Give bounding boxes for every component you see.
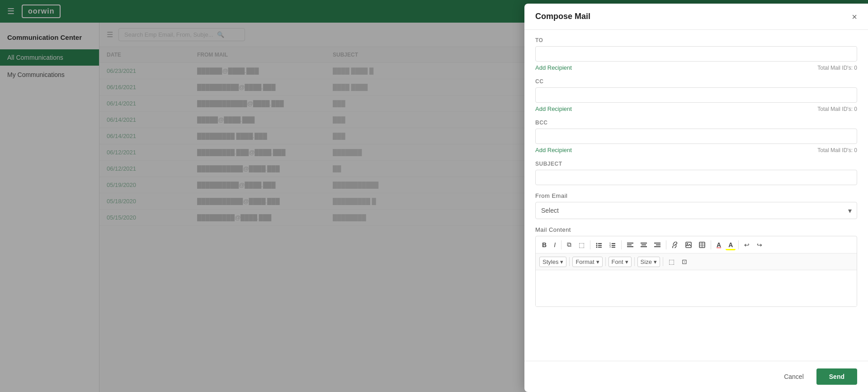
format-select[interactable]: Format ▾ <box>572 257 602 267</box>
align-center-button[interactable] <box>638 240 650 250</box>
modal-body: TO Add Recipient Total Mail ID's: 0 CC A… <box>524 30 868 361</box>
to-field-row: Add Recipient Total Mail ID's: 0 <box>535 64 857 71</box>
svg-rect-9 <box>612 245 615 246</box>
send-button[interactable]: Send <box>816 368 857 385</box>
compose-mail-modal: Compose Mail × TO Add Recipient Total Ma… <box>524 4 868 392</box>
size-select[interactable]: Size ▾ <box>637 257 660 267</box>
svg-rect-20 <box>654 246 660 247</box>
toolbar-divider-5 <box>711 240 711 249</box>
styles-label: Styles <box>542 258 558 265</box>
align-left-button[interactable] <box>624 240 636 250</box>
font-color-button[interactable]: A <box>714 239 724 250</box>
bcc-label: BCC <box>535 120 857 126</box>
svg-rect-13 <box>627 244 632 245</box>
cc-input[interactable] <box>535 87 857 103</box>
svg-rect-3 <box>598 245 602 246</box>
bold-button[interactable]: B <box>539 239 549 250</box>
svg-rect-17 <box>641 246 647 247</box>
svg-point-22 <box>687 243 688 244</box>
toolbar-divider-4 <box>666 240 666 249</box>
font-select[interactable]: Font ▾ <box>609 257 632 267</box>
svg-point-2 <box>596 244 598 246</box>
subject-input[interactable] <box>535 170 857 185</box>
align-right-button[interactable] <box>651 240 663 250</box>
toolbar-divider-7 <box>569 257 570 266</box>
copy-button[interactable]: ⧉ <box>564 239 574 250</box>
editor-toolbar-bottom: Styles ▾ Format ▾ Font ▾ Size <box>536 253 857 270</box>
font-label: Font <box>612 258 623 265</box>
to-input[interactable] <box>535 46 857 62</box>
close-button[interactable]: × <box>852 12 857 21</box>
image-button[interactable] <box>683 240 694 250</box>
undo-button[interactable]: ↩ <box>741 239 752 250</box>
paste-word-button[interactable]: ⊡ <box>679 256 690 267</box>
format-label: Format <box>576 258 594 265</box>
from-email-select[interactable]: Select <box>535 202 857 219</box>
to-field-group: TO Add Recipient Total Mail ID's: 0 <box>535 37 857 71</box>
toolbar-divider-8 <box>605 257 606 266</box>
unordered-list-button[interactable] <box>593 240 605 250</box>
from-email-label: From Email <box>535 192 857 199</box>
font-arrow-icon: ▾ <box>625 258 628 265</box>
subject-field-group: SUBJECT <box>535 161 857 185</box>
editor-container: B I ⧉ ⬚ <box>535 236 857 307</box>
mail-content-label: Mail Content <box>535 226 857 233</box>
cc-field-row: Add Recipient Total Mail ID's: 0 <box>535 105 857 112</box>
editor-area[interactable] <box>536 270 857 306</box>
from-email-select-wrapper: Select ▾ <box>535 202 857 219</box>
svg-point-4 <box>596 246 598 248</box>
svg-rect-14 <box>627 246 633 247</box>
bcc-add-recipient[interactable]: Add Recipient <box>535 147 572 153</box>
styles-select[interactable]: Styles ▾ <box>539 257 566 267</box>
subject-label: SUBJECT <box>535 161 857 167</box>
cc-label: CC <box>535 78 857 85</box>
paste-plain-button[interactable]: ⬚ <box>666 256 677 267</box>
bcc-field-row: Add Recipient Total Mail ID's: 0 <box>535 147 857 153</box>
modal-header: Compose Mail × <box>524 4 868 30</box>
size-label: Size <box>641 258 652 265</box>
svg-rect-19 <box>656 244 660 245</box>
svg-rect-18 <box>654 243 660 244</box>
svg-point-0 <box>596 243 598 244</box>
toolbar-divider-6 <box>738 240 739 249</box>
bcc-input[interactable] <box>535 129 857 144</box>
paste-button[interactable]: ⬚ <box>576 239 587 250</box>
toolbar-divider-9 <box>634 257 635 266</box>
svg-rect-5 <box>598 247 602 248</box>
from-email-field-group: From Email Select ▾ <box>535 192 857 219</box>
bcc-field-group: BCC Add Recipient Total Mail ID's: 0 <box>535 120 857 153</box>
to-add-recipient[interactable]: Add Recipient <box>535 64 572 71</box>
cancel-button[interactable]: Cancel <box>777 369 811 384</box>
cc-total-mail-ids: Total Mail ID's: 0 <box>817 106 857 112</box>
to-total-mail-ids: Total Mail ID's: 0 <box>817 65 857 71</box>
styles-arrow-icon: ▾ <box>560 258 563 265</box>
format-arrow-icon: ▾ <box>596 258 599 265</box>
bg-color-button[interactable]: A <box>726 239 736 250</box>
svg-rect-7 <box>612 243 615 244</box>
toolbar-divider-10 <box>663 257 663 266</box>
italic-button[interactable]: I <box>551 239 558 250</box>
toolbar-divider-2 <box>590 240 590 249</box>
editor-toolbar-top: B I ⧉ ⬚ <box>536 236 857 253</box>
modal-title: Compose Mail <box>535 12 590 21</box>
svg-rect-11 <box>612 247 615 248</box>
bcc-total-mail-ids: Total Mail ID's: 0 <box>817 147 857 153</box>
table-button[interactable] <box>696 240 708 250</box>
cc-field-group: CC Add Recipient Total Mail ID's: 0 <box>535 78 857 112</box>
svg-rect-1 <box>598 243 602 244</box>
redo-button[interactable]: ↪ <box>754 239 765 250</box>
svg-rect-12 <box>627 243 633 244</box>
to-label: TO <box>535 37 857 43</box>
toolbar-divider-3 <box>621 240 622 249</box>
ordered-list-button[interactable]: 1. 2. 3. <box>607 240 618 250</box>
size-arrow-icon: ▾ <box>654 258 657 265</box>
link-button[interactable] <box>669 240 681 250</box>
toolbar-divider-1 <box>561 240 561 249</box>
mail-content-field-group: Mail Content B I ⧉ ⬚ <box>535 226 857 307</box>
svg-text:3.: 3. <box>609 245 611 248</box>
svg-rect-15 <box>641 243 647 244</box>
modal-footer: Cancel Send <box>524 361 868 392</box>
cc-add-recipient[interactable]: Add Recipient <box>535 105 572 112</box>
svg-rect-16 <box>642 244 646 245</box>
